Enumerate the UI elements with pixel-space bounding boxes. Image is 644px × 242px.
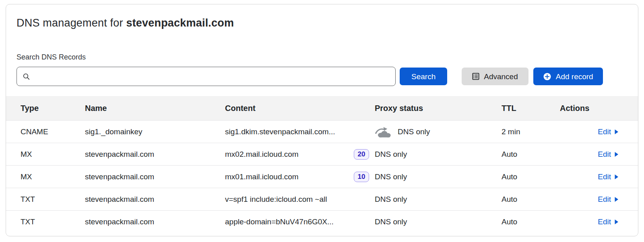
- mx-priority-badge: 10: [354, 172, 369, 182]
- dns-management-card: DNS management for stevenpackmail.com Se…: [6, 4, 638, 236]
- search-button[interactable]: Search: [400, 68, 447, 85]
- header-type: Type: [21, 104, 85, 113]
- cell-proxy-status: DNS only: [375, 126, 502, 138]
- cell-actions: Edit: [560, 217, 623, 226]
- proxy-status-label: DNS only: [375, 150, 407, 159]
- cell-ttl: 2 min: [502, 127, 560, 136]
- mx-priority-badge: 20: [354, 149, 369, 160]
- dns-only-cloud-icon: [375, 126, 392, 138]
- cell-content: v=spf1 include:icloud.com ~all: [225, 195, 375, 204]
- advanced-button[interactable]: Advanced: [462, 68, 528, 85]
- edit-caret-icon: [614, 152, 619, 157]
- search-input-wrapper: [17, 67, 396, 86]
- cell-ttl: Auto: [502, 172, 560, 181]
- cell-type: TXT: [21, 195, 85, 204]
- header-name: Name: [85, 104, 225, 113]
- table-row: MX stevenpackmail.com mx01.mail.icloud.c…: [6, 165, 638, 188]
- edit-link[interactable]: Edit: [598, 127, 619, 136]
- cell-ttl: Auto: [502, 195, 560, 204]
- search-input[interactable]: [34, 67, 390, 86]
- proxy-status-label: DNS only: [375, 195, 407, 204]
- header-content: Content: [225, 104, 375, 113]
- cell-actions: Edit: [560, 172, 623, 181]
- edit-link[interactable]: Edit: [598, 150, 619, 159]
- header-proxy-status: Proxy status: [375, 104, 502, 113]
- cell-type: TXT: [21, 217, 85, 226]
- cell-proxy-status: DNS only: [375, 150, 502, 159]
- cell-proxy-status: DNS only: [375, 217, 502, 226]
- cell-name: stevenpackmail.com: [85, 195, 225, 204]
- table-row: TXT stevenpackmail.com apple-domain=bNuV…: [6, 210, 638, 233]
- table-header-row: Type Name Content Proxy status TTL Actio…: [6, 96, 638, 120]
- dns-records-table: Type Name Content Proxy status TTL Actio…: [6, 96, 638, 233]
- advanced-list-icon: [472, 73, 479, 80]
- search-label: Search DNS Records: [17, 53, 627, 62]
- table-row: MX stevenpackmail.com mx02.mail.icloud.c…: [6, 143, 638, 165]
- cell-name: stevenpackmail.com: [85, 217, 225, 226]
- page-title-domain: stevenpackmail.com: [126, 17, 234, 29]
- edit-caret-icon: [614, 174, 619, 180]
- cell-content: mx01.mail.icloud.com 10: [225, 172, 375, 182]
- page-title-prefix: DNS management for: [17, 17, 126, 29]
- edit-caret-icon: [614, 129, 619, 135]
- cell-actions: Edit: [560, 127, 623, 136]
- proxy-status-label: DNS only: [375, 217, 407, 226]
- cell-ttl: Auto: [502, 217, 560, 226]
- cell-proxy-status: DNS only: [375, 172, 502, 181]
- add-record-button-label: Add record: [556, 73, 593, 80]
- cell-name: stevenpackmail.com: [85, 172, 225, 181]
- proxy-status-label: DNS only: [398, 127, 430, 136]
- search-icon: [23, 73, 30, 80]
- proxy-status-label: DNS only: [375, 172, 407, 181]
- plus-circle-icon: [543, 72, 551, 81]
- edit-link[interactable]: Edit: [598, 195, 619, 204]
- page-title: DNS management for stevenpackmail.com: [17, 15, 627, 31]
- cell-name: sig1._domainkey: [85, 127, 225, 136]
- edit-caret-icon: [614, 219, 619, 225]
- add-record-button[interactable]: Add record: [533, 68, 603, 85]
- edit-caret-icon: [614, 197, 619, 202]
- cell-type: CNAME: [21, 127, 85, 136]
- cell-type: MX: [21, 172, 85, 181]
- table-row: TXT stevenpackmail.com v=spf1 include:ic…: [6, 188, 638, 210]
- cell-content: mx02.mail.icloud.com 20: [225, 149, 375, 160]
- edit-link[interactable]: Edit: [598, 172, 619, 181]
- cell-actions: Edit: [560, 150, 623, 159]
- cell-actions: Edit: [560, 195, 623, 204]
- cell-name: stevenpackmail.com: [85, 150, 225, 159]
- search-toolbar: Search Advanced Add record: [17, 66, 627, 86]
- cell-content: apple-domain=bNuV47n6G0X...: [225, 217, 375, 226]
- table-row: CNAME sig1._domainkey sig1.dkim.stevenpa…: [6, 120, 638, 143]
- advanced-button-label: Advanced: [484, 73, 518, 80]
- cell-type: MX: [21, 150, 85, 159]
- cell-proxy-status: DNS only: [375, 195, 502, 204]
- cell-ttl: Auto: [502, 150, 560, 159]
- cell-content: sig1.dkim.stevenpackmail.com...: [225, 127, 375, 136]
- header-actions: Actions: [560, 104, 623, 113]
- edit-link[interactable]: Edit: [598, 217, 619, 226]
- header-ttl: TTL: [502, 104, 560, 113]
